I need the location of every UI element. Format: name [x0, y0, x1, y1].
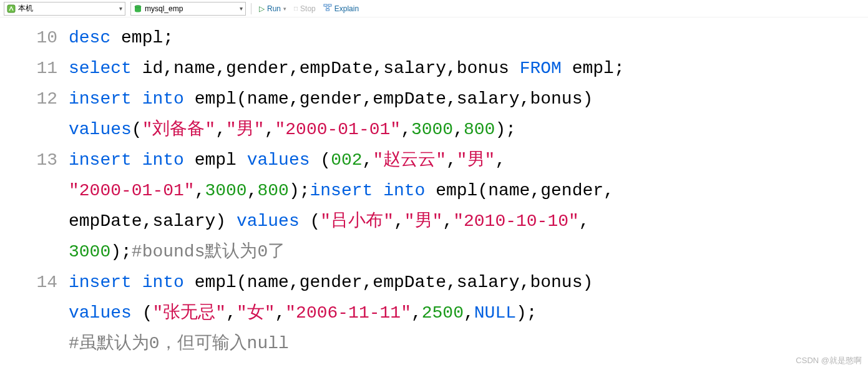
line-number-gutter: 1011121314: [0, 22, 69, 359]
code-line[interactable]: empDate,salary) values ("吕小布","男","2010-…: [69, 206, 868, 236]
line-number: [0, 328, 57, 359]
watermark: CSDN @就是憨啊: [796, 355, 862, 366]
code-line[interactable]: desc empl;: [69, 22, 868, 53]
line-number: 13: [0, 145, 57, 175]
code-line[interactable]: values("刘备备","男","2000-01-01",3000,800);: [69, 114, 868, 145]
line-number: 14: [0, 267, 57, 298]
stop-icon: □: [294, 5, 298, 12]
database-dropdown[interactable]: mysql_emp ▾: [130, 2, 246, 16]
svg-rect-5: [326, 9, 329, 11]
code-line[interactable]: insert into empl(name,gender,empDate,sal…: [69, 267, 868, 298]
line-number: [0, 175, 57, 206]
explain-button[interactable]: Explain: [321, 2, 361, 15]
chevron-down-icon: ▾: [238, 5, 244, 12]
chevron-down-icon: ▾: [118, 5, 124, 12]
action-buttons: ▷ Run ▾ □ Stop Explain: [256, 2, 361, 15]
line-number: [0, 114, 57, 145]
dropdown-arrow-icon: ▾: [283, 6, 286, 12]
line-number: 10: [0, 22, 57, 53]
connection-icon: [7, 4, 16, 13]
code-line[interactable]: insert into empl values (002,"赵云云","男",: [69, 145, 868, 175]
line-number: [0, 298, 57, 328]
sql-editor[interactable]: 1011121314 desc empl;select id,name,gend…: [0, 17, 868, 359]
line-number: 11: [0, 53, 57, 84]
code-content[interactable]: desc empl;select id,name,gender,empDate,…: [69, 22, 868, 359]
code-line[interactable]: insert into empl(name,gender,empDate,sal…: [69, 84, 868, 114]
connection-dropdown[interactable]: 本机 ▾: [4, 2, 125, 16]
stop-button: □ Stop: [291, 3, 318, 14]
code-line[interactable]: #虽默认为0，但可输入null: [69, 328, 868, 359]
code-line[interactable]: 3000);#bounds默认为0了: [69, 236, 868, 267]
play-icon: ▷: [259, 4, 265, 13]
code-line[interactable]: "2000-01-01",3000,800);insert into empl(…: [69, 175, 868, 206]
svg-rect-4: [328, 4, 331, 6]
run-label: Run: [267, 4, 281, 13]
run-button[interactable]: ▷ Run ▾: [256, 3, 289, 14]
stop-label: Stop: [300, 4, 316, 13]
line-number: [0, 206, 57, 236]
explain-icon: [323, 3, 332, 14]
code-line[interactable]: values ("张无忌","女","2006-11-11",2500,NULL…: [69, 298, 868, 328]
toolbar: 本机 ▾ mysql_emp ▾ ▷ Run ▾ □ Stop Explain: [0, 0, 868, 17]
database-icon: [134, 4, 142, 13]
explain-label: Explain: [334, 4, 359, 13]
svg-rect-3: [324, 4, 327, 6]
code-line[interactable]: select id,name,gender,empDate,salary,bon…: [69, 53, 868, 84]
line-number: [0, 236, 57, 267]
database-text: mysql_emp: [145, 4, 236, 13]
toolbar-divider: [251, 3, 251, 14]
line-number: 12: [0, 84, 57, 114]
connection-text: 本机: [18, 3, 115, 14]
